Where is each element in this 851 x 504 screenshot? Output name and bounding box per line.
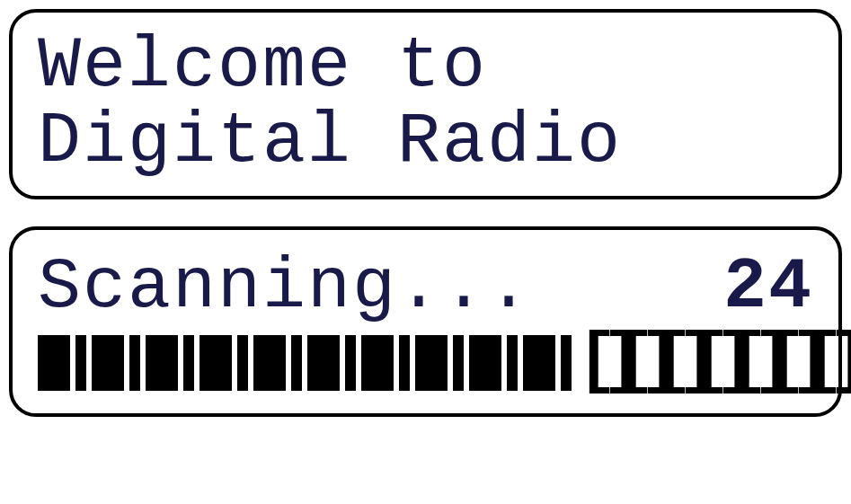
scan-count-value: 24 xyxy=(723,246,813,328)
progress-segment-filled xyxy=(415,335,448,391)
scan-status-label: Scanning... xyxy=(38,246,532,328)
progress-segment-filled xyxy=(253,335,286,391)
scan-panel: Scanning... 24 [][][][][][][][][][] xyxy=(9,226,842,417)
progress-segment-tick xyxy=(399,335,410,391)
progress-segment-filled xyxy=(146,335,178,391)
progress-segment-empty: [] xyxy=(690,335,722,391)
progress-segment-empty: [] xyxy=(652,335,685,391)
welcome-panel: Welcome to Digital Radio xyxy=(9,9,842,199)
welcome-line-2: Digital Radio xyxy=(38,104,813,180)
progress-segment-tick xyxy=(129,335,140,391)
progress-segment-filled xyxy=(307,335,340,391)
progress-segment-tick xyxy=(453,335,464,391)
progress-segment-tick xyxy=(183,335,194,391)
progress-segment-tick xyxy=(561,335,572,391)
welcome-line-1: Welcome to xyxy=(38,29,813,104)
progress-segment-empty: [] xyxy=(728,335,760,391)
scan-status-row: Scanning... 24 xyxy=(38,246,813,328)
progress-segment-tick xyxy=(291,335,302,391)
progress-segment-filled xyxy=(92,335,124,391)
progress-segment-tick xyxy=(237,335,248,391)
progress-segment-tick xyxy=(507,335,518,391)
progress-segment-empty: [] xyxy=(615,335,647,391)
progress-segment-filled xyxy=(361,335,394,391)
progress-segment-empty: [] xyxy=(766,335,798,391)
progress-segment-empty: [] xyxy=(841,335,851,391)
progress-segment-filled xyxy=(523,335,555,391)
progress-segment-tick xyxy=(345,335,356,391)
progress-segment-empty: [] xyxy=(577,335,609,391)
scan-progress-bar: [][][][][][][][][][] xyxy=(38,335,813,391)
progress-segment-filled xyxy=(199,335,232,391)
progress-segment-filled xyxy=(38,335,70,391)
progress-segment-empty: [] xyxy=(803,335,836,391)
progress-segment-tick xyxy=(75,335,86,391)
progress-segment-filled xyxy=(469,335,501,391)
